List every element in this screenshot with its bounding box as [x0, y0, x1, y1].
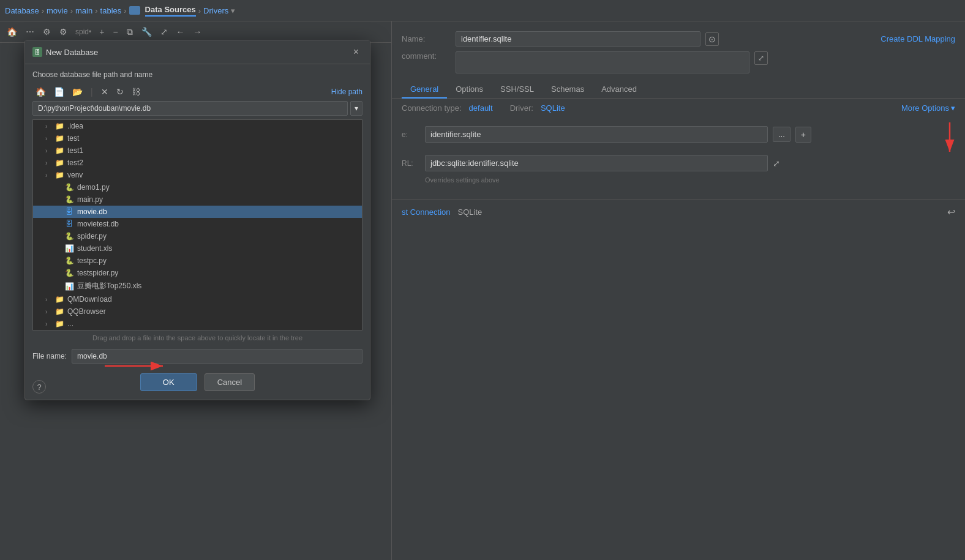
breadcrumb-database[interactable]: Database: [5, 6, 39, 15]
tree-item-doubanxls[interactable]: 📊 豆瓣电影Top250.xls: [33, 279, 362, 293]
tree-item-studentxls[interactable]: 📊 student.xls: [33, 242, 362, 255]
home-file-btn[interactable]: 🏠: [32, 85, 49, 99]
tree-item-label: movietest.db: [77, 220, 119, 228]
filename-row: File name:: [25, 345, 370, 367]
top-bar: Database › movie › main › tables › Data …: [0, 0, 965, 21]
tree-item-demo1[interactable]: 🐍 demo1.py: [33, 181, 362, 193]
tab-advanced[interactable]: Advanced: [593, 81, 645, 99]
dots-toolbar-btn[interactable]: ⋯: [23, 25, 37, 39]
drag-drop-hint: Drag and drop a file into the space abov…: [25, 330, 370, 345]
breadcrumb-movie[interactable]: movie: [47, 6, 68, 15]
chevron-icon: ›: [45, 172, 53, 179]
tree-item-more[interactable]: › 📁 ...: [33, 318, 362, 330]
connection-type-value[interactable]: default: [469, 103, 493, 113]
breadcrumb-tables[interactable]: tables: [100, 6, 122, 15]
back-nav-btn[interactable]: ←: [173, 25, 188, 39]
tree-item-moviedb[interactable]: 🗄 movie.db: [33, 206, 362, 218]
sqlite-label: SQLite: [458, 207, 482, 217]
tab-sshssl[interactable]: SSH/SSL: [492, 81, 543, 99]
home-toolbar-btn[interactable]: 🏠: [4, 25, 20, 39]
db-dots-button[interactable]: ...: [773, 127, 790, 142]
db-file-icon: 🗄: [64, 207, 74, 216]
tree-item-label: venv: [67, 171, 83, 179]
breadcrumb: Database › movie › main › tables › Data …: [5, 5, 235, 17]
add-toolbar-btn[interactable]: +: [96, 25, 107, 39]
connection-type-row: Connection type: default Driver: SQLite …: [392, 99, 965, 118]
create-ddl-link[interactable]: Create DDL Mapping: [881, 34, 955, 43]
comment-expand-btn[interactable]: ⤢: [754, 51, 768, 65]
url-expand-btn[interactable]: ⤢: [773, 159, 780, 168]
tree-item-label: ...: [67, 319, 73, 328]
tree-item-movietestdb[interactable]: 🗄 movietest.db: [33, 218, 362, 230]
tree-item-qqbrowser[interactable]: › 📁 QQBrowser: [33, 305, 362, 318]
config-header: Name: ⊙ Create DDL Mapping: [392, 21, 965, 47]
tree-item-testspiderpy[interactable]: 🐍 testspider.py: [33, 267, 362, 279]
py-file-icon: 🐍: [64, 183, 74, 192]
back-button[interactable]: ↩: [947, 206, 955, 218]
xls-file-icon: 📊: [64, 244, 74, 253]
breadcrumb-datasources[interactable]: Data Sources: [145, 5, 196, 17]
xls-file-icon: 📊: [64, 282, 74, 291]
tree-item-label: testpc.py: [77, 256, 107, 265]
expand-toolbar-btn[interactable]: ⤢: [157, 25, 171, 39]
copy-toolbar-btn[interactable]: ⧉: [124, 25, 136, 39]
dialog-close-button[interactable]: ×: [350, 45, 362, 59]
right-bottom: st Connection SQLite ↩: [392, 200, 965, 224]
settings2-toolbar-btn[interactable]: ⚙: [56, 25, 70, 39]
tab-options[interactable]: Options: [447, 81, 492, 99]
dialog-icon: 🗄: [32, 47, 42, 57]
chevron-icon: ›: [45, 160, 53, 166]
comment-textarea[interactable]: [456, 51, 749, 73]
name-expand-btn[interactable]: ⊙: [705, 32, 719, 46]
help-button[interactable]: ?: [32, 380, 46, 394]
url-label: RL:: [402, 159, 420, 168]
tree-item-label: test2: [67, 159, 83, 167]
override-hint: Overrides settings above: [392, 175, 965, 187]
py-file-icon: 🐍: [64, 269, 74, 277]
delete-file-btn[interactable]: ✕: [98, 85, 111, 99]
tree-item-spiderpy[interactable]: 🐍 spider.py: [33, 230, 362, 242]
tree-item-label: demo1.py: [77, 183, 110, 192]
tab-general[interactable]: General: [402, 81, 447, 99]
tree-item-venv[interactable]: › 📁 venv: [33, 169, 362, 181]
tree-item-idea[interactable]: › 📁 .idea: [33, 120, 362, 132]
tab-schemas[interactable]: Schemas: [543, 81, 593, 99]
name-input[interactable]: [456, 31, 700, 47]
spid-label: spid•: [73, 28, 94, 36]
path-input[interactable]: [32, 101, 348, 116]
link-btn[interactable]: ⛓: [129, 85, 143, 99]
db-plus-button[interactable]: +: [795, 127, 811, 143]
chevron-icon: ›: [45, 321, 53, 327]
minus-toolbar-btn[interactable]: −: [110, 25, 121, 39]
more-options-button[interactable]: More Options ▾: [901, 103, 955, 113]
folder-icon: 📁: [54, 307, 64, 316]
tree-item-mainpy[interactable]: 🐍 main.py: [33, 193, 362, 206]
folder-open-btn[interactable]: 📂: [69, 85, 86, 99]
tree-item-test1[interactable]: › 📁 test1: [33, 144, 362, 157]
path-dropdown-btn[interactable]: ▾: [350, 101, 362, 116]
tree-item-qmdownload[interactable]: › 📁 QMDownload: [33, 293, 362, 305]
tree-item-testpcpy[interactable]: 🐍 testpc.py: [33, 255, 362, 267]
gear-toolbar-btn[interactable]: ⚙: [40, 25, 54, 39]
url-input[interactable]: [425, 155, 768, 171]
cancel-button[interactable]: Cancel: [205, 373, 255, 391]
test-connection-button[interactable]: st Connection: [402, 207, 451, 217]
new-folder-btn[interactable]: 📄: [51, 85, 67, 99]
tree-item-test2[interactable]: › 📁 test2: [33, 157, 362, 169]
refresh-btn[interactable]: ↻: [113, 85, 127, 99]
driver-value[interactable]: SQLite: [541, 103, 565, 113]
file-tree[interactable]: › 📁 .idea › 📁 test › 📁 test1 › 📁: [32, 119, 362, 330]
chevron-icon: ›: [45, 147, 53, 154]
db-field-input[interactable]: [425, 126, 768, 143]
breadcrumb-drivers[interactable]: Drivers: [203, 6, 228, 15]
chevron-icon: ›: [45, 135, 53, 142]
tabs-row: General Options SSH/SSL Schemas Advanced: [392, 81, 965, 99]
url-row: RL: ⤢: [392, 151, 965, 175]
fwd-nav-btn[interactable]: →: [190, 25, 205, 39]
hide-path-button[interactable]: Hide path: [331, 88, 362, 96]
tree-item-test[interactable]: › 📁 test: [33, 132, 362, 144]
breadcrumb-main[interactable]: main: [75, 6, 92, 15]
wrench-toolbar-btn[interactable]: 🔧: [138, 25, 155, 39]
dialog-title: 🗄 New Database: [32, 47, 98, 57]
tree-item-label: .idea: [67, 122, 83, 130]
